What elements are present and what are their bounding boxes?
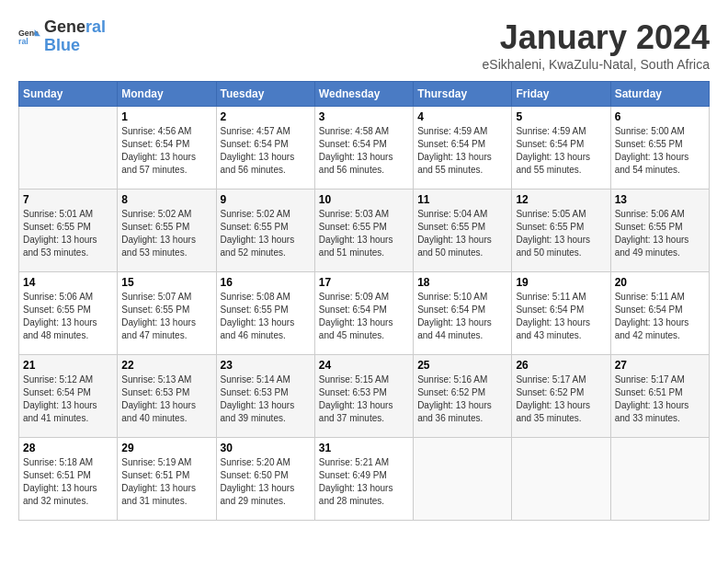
calendar-cell: 20Sunrise: 5:11 AM Sunset: 6:54 PM Dayli… [610, 272, 709, 355]
day-number: 17 [319, 276, 409, 289]
calendar-week-row: 21Sunrise: 5:12 AM Sunset: 6:54 PM Dayli… [19, 355, 710, 438]
day-info: Sunrise: 5:02 AM Sunset: 6:55 PM Dayligh… [121, 208, 211, 259]
calendar-cell: 12Sunrise: 5:05 AM Sunset: 6:55 PM Dayli… [512, 190, 610, 272]
calendar-cell: 6Sunrise: 5:00 AM Sunset: 6:55 PM Daylig… [610, 107, 709, 190]
day-info: Sunrise: 5:07 AM Sunset: 6:55 PM Dayligh… [121, 291, 211, 342]
day-number: 28 [23, 442, 113, 454]
day-info: Sunrise: 4:57 AM Sunset: 6:54 PM Dayligh… [221, 125, 311, 177]
day-number: 16 [221, 276, 311, 289]
svg-text:ral: ral [18, 37, 28, 46]
calendar-cell: 9Sunrise: 5:02 AM Sunset: 6:55 PM Daylig… [216, 190, 314, 272]
day-number: 5 [516, 110, 606, 123]
day-info: Sunrise: 4:56 AM Sunset: 6:54 PM Dayligh… [121, 125, 211, 177]
calendar-cell: 14Sunrise: 5:06 AM Sunset: 6:55 PM Dayli… [19, 272, 118, 355]
calendar-cell: 21Sunrise: 5:12 AM Sunset: 6:54 PM Dayli… [19, 355, 118, 438]
calendar-cell: 28Sunrise: 5:18 AM Sunset: 6:51 PM Dayli… [19, 438, 118, 521]
day-number: 19 [516, 276, 606, 289]
month-title: January 2024 [483, 18, 710, 57]
calendar-cell: 8Sunrise: 5:02 AM Sunset: 6:55 PM Daylig… [118, 190, 216, 272]
day-number: 9 [221, 193, 311, 206]
day-info: Sunrise: 5:19 AM Sunset: 6:51 PM Dayligh… [121, 456, 211, 508]
calendar-cell: 17Sunrise: 5:09 AM Sunset: 6:54 PM Dayli… [314, 272, 413, 355]
day-number: 14 [23, 276, 113, 289]
calendar-cell: 18Sunrise: 5:10 AM Sunset: 6:54 PM Dayli… [414, 272, 512, 355]
day-info: Sunrise: 4:59 AM Sunset: 6:54 PM Dayligh… [516, 125, 606, 177]
day-info: Sunrise: 5:10 AM Sunset: 6:54 PM Dayligh… [417, 291, 507, 342]
title-area: January 2024 eSikhaleni, KwaZulu-Natal, … [483, 18, 710, 72]
weekday-header: Thursday [414, 82, 512, 107]
day-info: Sunrise: 4:58 AM Sunset: 6:54 PM Dayligh… [319, 125, 409, 177]
calendar-week-row: 28Sunrise: 5:18 AM Sunset: 6:51 PM Dayli… [19, 438, 710, 521]
calendar-cell [414, 438, 512, 521]
calendar-table: SundayMondayTuesdayWednesdayThursdayFrid… [18, 81, 710, 521]
calendar-cell: 16Sunrise: 5:08 AM Sunset: 6:55 PM Dayli… [216, 272, 314, 355]
day-number: 15 [121, 276, 211, 289]
day-info: Sunrise: 5:18 AM Sunset: 6:51 PM Dayligh… [23, 456, 113, 508]
calendar-cell: 15Sunrise: 5:07 AM Sunset: 6:55 PM Dayli… [118, 272, 216, 355]
calendar-cell: 31Sunrise: 5:21 AM Sunset: 6:49 PM Dayli… [314, 438, 413, 521]
calendar-week-row: 1Sunrise: 4:56 AM Sunset: 6:54 PM Daylig… [19, 107, 710, 190]
day-number: 30 [221, 442, 311, 454]
calendar-cell: 10Sunrise: 5:03 AM Sunset: 6:55 PM Dayli… [314, 190, 413, 272]
calendar-cell [19, 107, 118, 190]
day-info: Sunrise: 5:00 AM Sunset: 6:55 PM Dayligh… [615, 125, 705, 177]
calendar-week-row: 14Sunrise: 5:06 AM Sunset: 6:55 PM Dayli… [19, 272, 710, 355]
calendar-cell: 19Sunrise: 5:11 AM Sunset: 6:54 PM Dayli… [512, 272, 610, 355]
day-info: Sunrise: 5:05 AM Sunset: 6:55 PM Dayligh… [516, 208, 606, 259]
calendar-cell: 4Sunrise: 4:59 AM Sunset: 6:54 PM Daylig… [414, 107, 512, 190]
day-number: 4 [417, 110, 507, 123]
day-info: Sunrise: 4:59 AM Sunset: 6:54 PM Dayligh… [417, 125, 507, 177]
calendar-cell: 29Sunrise: 5:19 AM Sunset: 6:51 PM Dayli… [118, 438, 216, 521]
day-number: 22 [121, 359, 211, 372]
day-number: 18 [417, 276, 507, 289]
calendar-cell [512, 438, 610, 521]
day-number: 6 [615, 110, 705, 123]
day-number: 8 [121, 193, 211, 206]
calendar-cell: 23Sunrise: 5:14 AM Sunset: 6:53 PM Dayli… [216, 355, 314, 438]
weekday-header: Wednesday [314, 82, 413, 107]
calendar-cell: 22Sunrise: 5:13 AM Sunset: 6:53 PM Dayli… [118, 355, 216, 438]
calendar-cell: 24Sunrise: 5:15 AM Sunset: 6:53 PM Dayli… [314, 355, 413, 438]
day-info: Sunrise: 5:13 AM Sunset: 6:53 PM Dayligh… [121, 373, 211, 425]
calendar-cell: 27Sunrise: 5:17 AM Sunset: 6:51 PM Dayli… [610, 355, 709, 438]
calendar-cell: 2Sunrise: 4:57 AM Sunset: 6:54 PM Daylig… [216, 107, 314, 190]
day-info: Sunrise: 5:02 AM Sunset: 6:55 PM Dayligh… [221, 208, 311, 259]
location-title: eSikhaleni, KwaZulu-Natal, South Africa [483, 57, 710, 72]
day-number: 29 [121, 442, 211, 454]
day-info: Sunrise: 5:17 AM Sunset: 6:52 PM Dayligh… [516, 373, 606, 425]
weekday-header: Monday [118, 82, 216, 107]
calendar-cell: 3Sunrise: 4:58 AM Sunset: 6:54 PM Daylig… [314, 107, 413, 190]
day-info: Sunrise: 5:20 AM Sunset: 6:50 PM Dayligh… [221, 456, 311, 508]
day-number: 11 [417, 193, 507, 206]
day-number: 27 [615, 359, 705, 372]
day-number: 31 [319, 442, 409, 454]
day-info: Sunrise: 5:03 AM Sunset: 6:55 PM Dayligh… [319, 208, 409, 259]
calendar-cell: 26Sunrise: 5:17 AM Sunset: 6:52 PM Dayli… [512, 355, 610, 438]
day-number: 25 [417, 359, 507, 372]
day-info: Sunrise: 5:15 AM Sunset: 6:53 PM Dayligh… [319, 373, 409, 425]
day-number: 21 [23, 359, 113, 372]
day-number: 3 [319, 110, 409, 123]
day-number: 10 [319, 193, 409, 206]
day-number: 20 [615, 276, 705, 289]
day-info: Sunrise: 5:04 AM Sunset: 6:55 PM Dayligh… [417, 208, 507, 259]
day-info: Sunrise: 5:14 AM Sunset: 6:53 PM Dayligh… [221, 373, 311, 425]
day-number: 26 [516, 359, 606, 372]
day-info: Sunrise: 5:09 AM Sunset: 6:54 PM Dayligh… [319, 291, 409, 342]
calendar-cell: 11Sunrise: 5:04 AM Sunset: 6:55 PM Dayli… [414, 190, 512, 272]
day-info: Sunrise: 5:21 AM Sunset: 6:49 PM Dayligh… [319, 456, 409, 508]
weekday-header: Sunday [19, 82, 118, 107]
calendar-cell: 25Sunrise: 5:16 AM Sunset: 6:52 PM Dayli… [414, 355, 512, 438]
calendar-cell: 13Sunrise: 5:06 AM Sunset: 6:55 PM Dayli… [610, 190, 709, 272]
calendar-cell: 1Sunrise: 4:56 AM Sunset: 6:54 PM Daylig… [118, 107, 216, 190]
logo-general-text: General [44, 18, 106, 37]
day-info: Sunrise: 5:06 AM Sunset: 6:55 PM Dayligh… [23, 291, 113, 342]
calendar-cell: 30Sunrise: 5:20 AM Sunset: 6:50 PM Dayli… [216, 438, 314, 521]
logo-icon: Gene ral [18, 26, 40, 48]
weekday-header: Tuesday [216, 82, 314, 107]
calendar-header-row: SundayMondayTuesdayWednesdayThursdayFrid… [19, 82, 710, 107]
weekday-header: Saturday [610, 82, 709, 107]
day-info: Sunrise: 5:17 AM Sunset: 6:51 PM Dayligh… [615, 373, 705, 425]
day-number: 23 [221, 359, 311, 372]
day-number: 2 [221, 110, 311, 123]
